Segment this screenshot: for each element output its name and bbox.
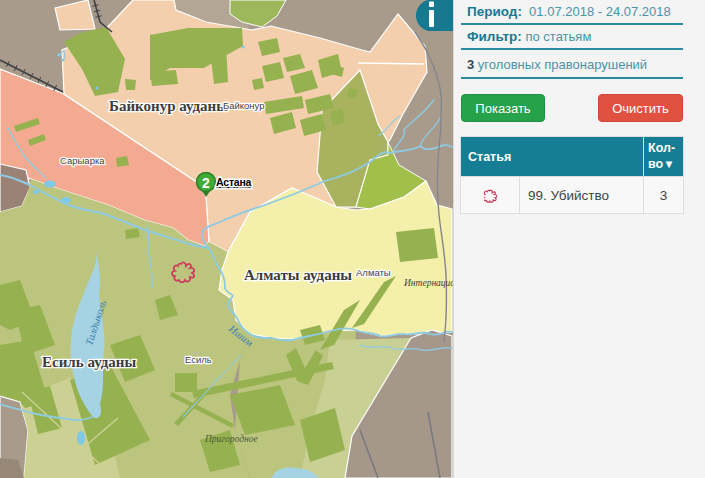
svg-text:Байконур: Байконур: [223, 100, 265, 111]
svg-text:2: 2: [202, 175, 210, 191]
svg-text:Есиль ауданы: Есиль ауданы: [42, 354, 136, 370]
svg-text:Алматы: Алматы: [356, 267, 391, 278]
svg-text:Интернационал: Интернационал: [403, 278, 453, 288]
svg-text:Есиль: Есиль: [185, 354, 212, 365]
svg-text:Астана: Астана: [216, 176, 252, 188]
svg-text:Пригородное: Пригородное: [204, 434, 258, 444]
svg-text:Байконур ауданы: Байконур ауданы: [109, 98, 228, 114]
svg-text:Сарыарка: Сарыарка: [60, 155, 105, 166]
svg-text:Алматы ауданы: Алматы ауданы: [244, 267, 352, 283]
